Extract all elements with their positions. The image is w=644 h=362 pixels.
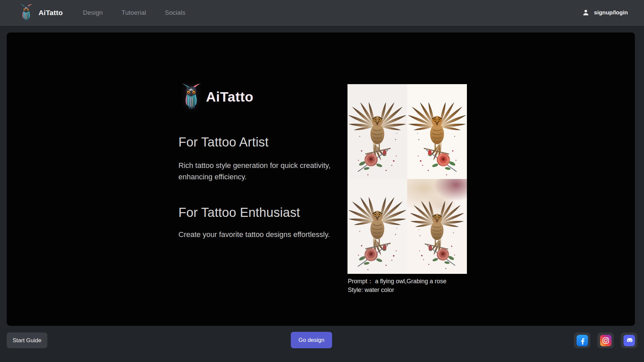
- hero-owl-logo-icon: [181, 83, 201, 111]
- brand-owl-logo-icon[interactable]: [19, 3, 33, 22]
- go-design-label: Go design: [299, 337, 325, 344]
- heading-for-tattoo-artist: For Tattoo Artist: [178, 135, 269, 149]
- social-links: [574, 333, 637, 348]
- page: AiTatto Design Tutoerial Socials signup/…: [0, 0, 644, 362]
- owl-tattoo-art-1: [349, 86, 406, 177]
- top-navbar: AiTatto Design Tutoerial Socials signup/…: [0, 0, 644, 25]
- discord-icon: [624, 335, 635, 346]
- nav-link-design[interactable]: Design: [83, 9, 103, 16]
- caption-style: Style: water color: [348, 286, 446, 294]
- tattoo-sample-2: [407, 84, 467, 179]
- body-for-tattoo-artist: Rich tattoo style generation for quick c…: [178, 160, 353, 183]
- tattoo-gallery: [347, 84, 467, 274]
- hero-brand-text: AiTatto: [206, 89, 254, 105]
- go-design-button[interactable]: Go design: [291, 332, 332, 348]
- facebook-icon: [577, 335, 588, 346]
- nav-link-tutorial[interactable]: Tutoerial: [121, 9, 146, 16]
- facebook-button[interactable]: [574, 333, 590, 348]
- owl-tattoo-art-3: [349, 181, 406, 272]
- signup-login-label: signup/login: [594, 9, 628, 16]
- hero-logo: AiTatto: [181, 83, 254, 111]
- tattoo-sample-1: [347, 84, 407, 179]
- instagram-button[interactable]: [597, 333, 614, 348]
- body-for-tattoo-enthusiast: Create your favorite tattoo designs effo…: [178, 229, 330, 240]
- heading-for-tattoo-enthusiast: For Tattoo Enthusiast: [178, 205, 300, 220]
- owl-tattoo-art-2: [409, 86, 466, 177]
- discord-button[interactable]: [621, 333, 637, 348]
- owl-tattoo-art-4: [411, 186, 464, 270]
- person-icon: [582, 9, 590, 16]
- tattoo-sample-4: [407, 179, 467, 274]
- start-guide-button[interactable]: Start Guide: [7, 333, 47, 348]
- instagram-icon: [600, 335, 611, 346]
- tattoo-sample-3: [347, 179, 407, 274]
- start-guide-label: Start Guide: [13, 337, 42, 344]
- main-nav: Design Tutoerial Socials: [83, 9, 185, 16]
- nav-link-socials[interactable]: Socials: [165, 9, 185, 16]
- hero-panel: AiTatto For Tattoo Artist Rich tattoo st…: [7, 33, 635, 326]
- brand-name[interactable]: AiTatto: [39, 9, 63, 17]
- signup-login-button[interactable]: signup/login: [582, 9, 628, 16]
- caption-prompt: Prompt： a flying owl,Grabing a rose: [348, 277, 446, 286]
- gallery-caption: Prompt： a flying owl,Grabing a rose Styl…: [348, 277, 446, 294]
